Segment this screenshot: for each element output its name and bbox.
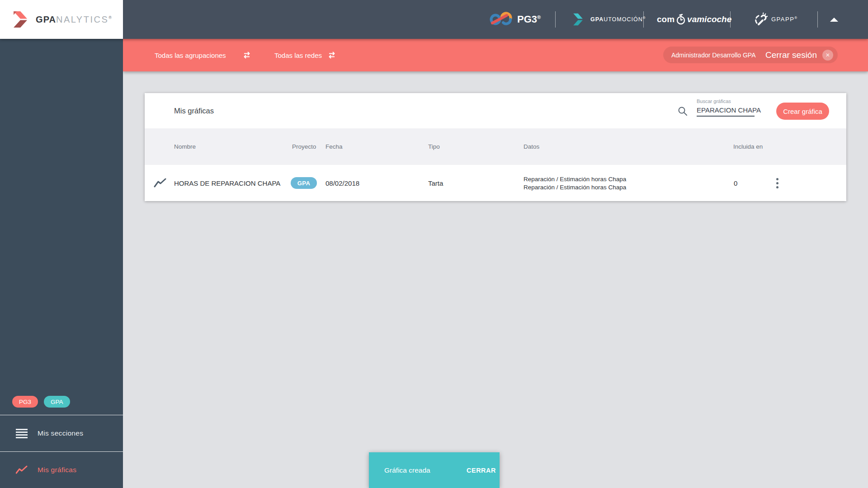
gpautomocion-label: GPAUTOMOCIÓN®: [590, 16, 646, 23]
comprovamicoche-logo: com vamicoche: [657, 0, 731, 39]
sidebar-badges: PG3 GPA: [12, 396, 70, 408]
table-header: Nombre Proyecto Fecha Tipo Datos Incluid…: [145, 128, 846, 165]
search-field: Buscar gráficas EPARACION CHAPA: [697, 99, 755, 117]
app-root: PG3® GPAUTOMOCIÓN® com: [0, 0, 868, 488]
chart-line-icon: [154, 178, 166, 188]
table-row[interactable]: HORAS DE REPARACION CHAPA GPA 08/02/2018…: [145, 165, 846, 201]
sidebar-item-sections[interactable]: Mis secciones: [0, 415, 123, 451]
pg3-logo: PG3®: [489, 0, 541, 39]
logout-close-icon[interactable]: ✕: [822, 50, 833, 61]
session-pill: Administrador Desarrollo GPA Cerrar sesi…: [663, 47, 838, 63]
col-header-datos: Datos: [524, 128, 539, 165]
swap-networks-icon[interactable]: [327, 50, 337, 60]
topbar-divider: [643, 11, 644, 28]
sections-menu-icon: [16, 429, 28, 438]
gpapp-logo: GPAPP®: [754, 0, 798, 39]
col-header-incluida: Incluida en: [733, 128, 763, 165]
pg3-label: PG3®: [517, 14, 541, 25]
gpautomocion-logo: GPAUTOMOCIÓN®: [571, 0, 646, 39]
col-header-nombre: Nombre: [174, 128, 196, 165]
cell-datos: Reparación / Estimación horas Chapa Repa…: [524, 165, 626, 201]
badge-gpa[interactable]: GPA: [44, 396, 70, 408]
stopwatch-icon: [675, 14, 686, 25]
gpautomocion-arrow-icon: [571, 12, 586, 27]
sidebar: PG3 GPA Mis secciones Mis gráficas: [0, 39, 123, 488]
filter-bar: Todas las agrupaciones Todas las redes A…: [123, 39, 868, 71]
collapse-control[interactable]: [830, 0, 838, 39]
search-label: Buscar gráficas: [697, 99, 755, 104]
cell-tipo: Tarta: [428, 165, 443, 201]
comprova-left-label: com: [657, 14, 675, 24]
cell-incluida-en: 0: [734, 165, 737, 201]
topbar-divider: [817, 11, 818, 28]
col-header-fecha: Fecha: [326, 128, 343, 165]
user-name-label: Administrador Desarrollo GPA: [671, 52, 765, 59]
comprova-right-label: vamicoche: [687, 14, 731, 24]
pg3-infinity-icon: [489, 11, 513, 28]
page-title: Mis gráficas: [174, 93, 214, 128]
card-header: Mis gráficas Buscar gráficas EPARACION C…: [145, 93, 846, 128]
row-menu-icon[interactable]: [773, 176, 781, 190]
top-bar: PG3® GPAUTOMOCIÓN® com: [0, 0, 868, 39]
search-input[interactable]: EPARACION CHAPA: [697, 106, 755, 117]
chart-line-icon: [16, 465, 28, 474]
project-badge: GPA: [291, 177, 317, 189]
logout-button[interactable]: Cerrar sesión: [765, 50, 817, 60]
sidebar-item-charts[interactable]: Mis gráficas: [0, 452, 123, 488]
networks-filter[interactable]: Todas las redes: [274, 39, 322, 71]
groupings-filter[interactable]: Todas las agrupaciones: [155, 39, 226, 71]
swap-groupings-icon[interactable]: [242, 50, 252, 60]
gpapp-wrench-icon: [754, 12, 768, 27]
gpanalytics-arrow-icon: [11, 9, 32, 29]
toast: Gráfica creada CERRAR: [369, 452, 500, 488]
brand-logo: GPANALYTICS®: [0, 0, 123, 39]
charts-card: Mis gráficas Buscar gráficas EPARACION C…: [145, 93, 846, 201]
cell-nombre: HORAS DE REPARACION CHAPA: [174, 165, 280, 201]
caret-up-icon[interactable]: [830, 18, 838, 22]
col-header-proyecto: Proyecto: [292, 128, 316, 165]
badge-pg3[interactable]: PG3: [12, 396, 38, 408]
toast-close-button[interactable]: CERRAR: [467, 467, 496, 474]
gpapp-label: GPAPP®: [771, 16, 798, 23]
topbar-divider: [555, 11, 556, 28]
brand-wordmark: GPANALYTICS®: [36, 14, 112, 25]
topbar-divider: [730, 11, 731, 28]
cell-fecha: 08/02/2018: [326, 165, 359, 201]
search-icon[interactable]: [677, 106, 688, 117]
col-header-tipo: Tipo: [428, 128, 440, 165]
toast-message: Gráfica creada: [384, 466, 430, 474]
create-chart-button[interactable]: Crear gráfica: [776, 103, 829, 120]
